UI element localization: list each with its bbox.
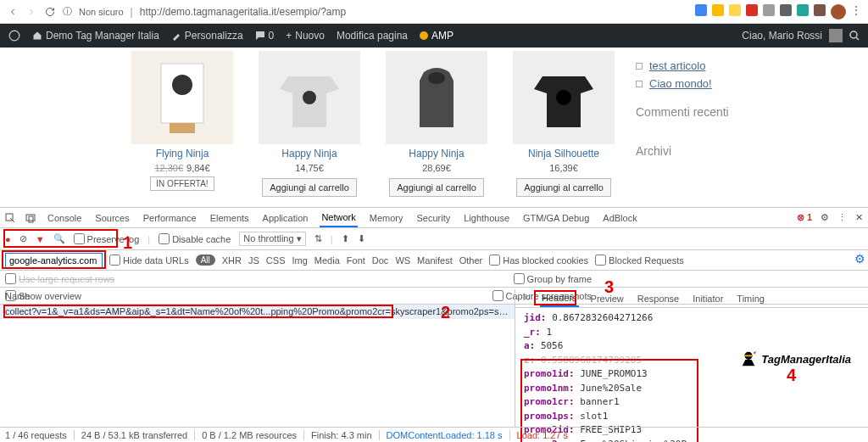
filter-type[interactable]: XHR	[222, 255, 242, 266]
filter-input[interactable]	[5, 253, 103, 268]
site-name[interactable]: Demo Tag Manager Italia	[32, 30, 159, 42]
add-to-cart-button[interactable]: Aggiungi al carrello	[389, 178, 484, 197]
profile-avatar[interactable]	[831, 4, 846, 20]
inspect-icon[interactable]	[5, 213, 15, 223]
tab-console[interactable]: Console	[46, 210, 83, 227]
filter-type[interactable]: Font	[347, 255, 365, 266]
tab-network[interactable]: Network	[320, 209, 357, 227]
disable-cache-checkbox[interactable]: Disable cache	[159, 233, 231, 244]
tab-security[interactable]: Security	[415, 210, 452, 227]
tab-timing[interactable]: Timing	[735, 291, 766, 306]
ext-icon[interactable]	[814, 4, 826, 16]
link-label: test articolo	[649, 59, 705, 72]
customize-link[interactable]: Personalizza	[171, 30, 243, 42]
address-bar[interactable]: http://demo.tagmanageritalia.it/esempio/…	[140, 6, 688, 18]
ext-icon[interactable]	[780, 4, 792, 16]
filter-type[interactable]: Media	[314, 255, 340, 266]
add-to-cart-button[interactable]: Aggiungi al carrello	[516, 178, 611, 197]
tab-gtm-debug[interactable]: GTM/GA Debug	[521, 210, 591, 227]
product-card[interactable]: Happy Ninja 14,75€ Aggiungi al carrello	[254, 51, 364, 207]
column-header-name[interactable]: Name	[0, 289, 515, 305]
blocked-cookies-label: Has blocked cookies	[503, 255, 588, 266]
throttling-select[interactable]: No throttling ▾	[239, 232, 305, 246]
edit-page-link[interactable]: Modifica pagina	[337, 30, 408, 42]
tab-preview[interactable]: Preview	[589, 291, 626, 306]
group-frame-checkbox[interactable]: Group by frame	[514, 273, 592, 284]
ext-icon[interactable]	[712, 4, 724, 16]
blocked-cookies-checkbox[interactable]: Has blocked cookies	[489, 255, 588, 266]
ext-icon[interactable]	[746, 4, 758, 16]
preserve-log-checkbox[interactable]: Preserve log	[74, 233, 140, 244]
kebab-icon[interactable]: ⋮	[851, 4, 861, 20]
product-title[interactable]: Happy Ninja	[381, 148, 492, 159]
ext-icon[interactable]	[797, 4, 809, 16]
error-badge[interactable]: ⊗ 1	[797, 212, 812, 223]
header-row: a: 5056	[524, 339, 860, 354]
tab-memory[interactable]: Memory	[368, 210, 405, 227]
tab-application[interactable]: Application	[261, 210, 310, 227]
filter-icon[interactable]: ▼	[36, 234, 45, 244]
tab-headers[interactable]: Headers	[540, 290, 579, 307]
gear-icon[interactable]: ⚙	[821, 212, 829, 223]
header-row: promo1ps: slot1	[524, 410, 860, 424]
tab-initiator[interactable]: Initiator	[691, 291, 725, 306]
close-detail-icon[interactable]: ✕	[522, 293, 530, 304]
product-card[interactable]: Ninja Silhouette 16,39€ Aggiungi al carr…	[509, 51, 619, 207]
search-icon[interactable]: 🔍	[53, 233, 65, 244]
reload-icon[interactable]	[44, 6, 56, 18]
product-card[interactable]: Happy Ninja 28,69€ Aggiungi al carrello	[381, 51, 492, 207]
ext-icon[interactable]	[695, 4, 707, 16]
search-icon[interactable]	[849, 31, 860, 41]
wifi-icon[interactable]: ⇅	[314, 233, 322, 244]
download-icon[interactable]: ⬇	[358, 233, 365, 244]
tab-lighthouse[interactable]: Lighthouse	[462, 210, 511, 227]
price-old: 12,30€	[154, 163, 183, 173]
filter-type[interactable]: Doc	[372, 255, 389, 266]
ext-icon[interactable]	[729, 4, 741, 16]
wp-logo-icon[interactable]	[8, 30, 20, 42]
back-icon[interactable]	[7, 6, 19, 18]
filter-type[interactable]: Manifest	[417, 255, 453, 266]
product-image	[386, 51, 487, 144]
record-icon[interactable]: ●	[5, 234, 11, 244]
forward-icon[interactable]	[25, 6, 37, 18]
filter-type[interactable]: WS	[395, 255, 410, 266]
ext-icon[interactable]	[763, 4, 775, 16]
greeting[interactable]: Ciao, Mario Rossi	[742, 30, 822, 42]
filter-all[interactable]: All	[196, 255, 215, 266]
tab-elements[interactable]: Elements	[209, 210, 251, 227]
product-card[interactable]: Flying Ninja 12,30€9,84€ IN OFFERTA!	[127, 51, 237, 207]
new-link[interactable]: + Nuovo	[286, 30, 325, 42]
headers-detail-list: jid: 0.8672832604271266 _r: 1 a: 5056 z:…	[515, 308, 868, 442]
request-row[interactable]: collect?v=1&_v=a1&ds=AMP&aip&_s=1&dt=Nam…	[0, 305, 515, 319]
amp-link[interactable]: AMP	[420, 30, 453, 42]
kebab-icon[interactable]: ⋮	[837, 212, 847, 223]
blocked-requests-checkbox[interactable]: Blocked Requests	[595, 255, 684, 266]
add-to-cart-button[interactable]: Aggiungi al carrello	[262, 178, 357, 197]
user-avatar[interactable]	[829, 29, 843, 42]
disable-cache-label: Disable cache	[172, 234, 231, 244]
hide-data-urls-checkbox[interactable]: Hide data URLs	[109, 255, 189, 266]
filter-type[interactable]: JS	[248, 255, 259, 266]
settings-gear-icon[interactable]: ⚙	[854, 252, 865, 266]
large-rows-checkbox[interactable]: Use large request rows	[5, 273, 114, 284]
tab-adblock[interactable]: AdBlock	[601, 210, 638, 227]
tab-sources[interactable]: Sources	[93, 210, 131, 227]
filter-type[interactable]: Other	[459, 255, 483, 266]
filter-type[interactable]: Img	[292, 255, 307, 266]
filter-type[interactable]: CSS	[266, 255, 286, 266]
sidebar-link[interactable]: Ciao mondo!	[636, 77, 851, 90]
sidebar-link[interactable]: test articolo	[636, 59, 851, 72]
product-title[interactable]: Flying Ninja	[127, 148, 237, 159]
tab-performance[interactable]: Performance	[142, 210, 198, 227]
price: 28,69€	[422, 163, 451, 173]
comments-link[interactable]: 0	[255, 30, 275, 42]
close-icon[interactable]: ✕	[855, 212, 863, 223]
tab-response[interactable]: Response	[636, 291, 682, 306]
device-icon[interactable]	[25, 213, 36, 223]
upload-icon[interactable]: ⬆	[342, 233, 349, 244]
comment-icon	[255, 31, 265, 41]
product-title[interactable]: Ninja Silhouette	[509, 148, 619, 159]
clear-icon[interactable]: ⊘	[19, 233, 27, 244]
product-title[interactable]: Happy Ninja	[254, 148, 364, 159]
